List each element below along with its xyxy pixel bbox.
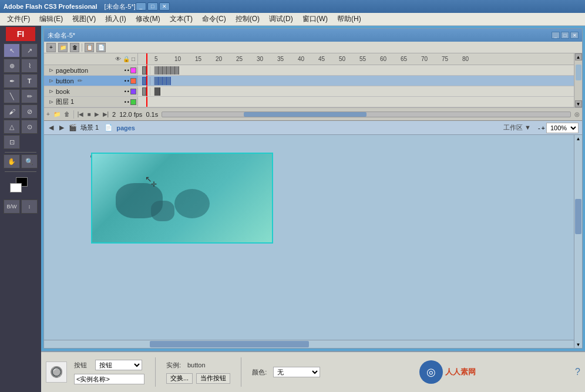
zoom-out-icon[interactable]: - bbox=[538, 124, 540, 131]
outline-icon[interactable]: □ bbox=[132, 56, 135, 62]
layer-eye-book[interactable]: • bbox=[125, 89, 126, 94]
canvas-hscroll-thumb[interactable] bbox=[150, 341, 309, 347]
component-type-select[interactable]: 按钮 bbox=[95, 360, 142, 370]
layer-color-book[interactable] bbox=[130, 89, 136, 94]
menu-debug[interactable]: 调试(D) bbox=[264, 13, 298, 25]
tool-bucket[interactable]: △ bbox=[4, 120, 20, 134]
tool-arrow[interactable]: ↖ bbox=[4, 43, 20, 58]
tool-hand[interactable]: ✋ bbox=[4, 154, 20, 168]
layer-row-pagebutton[interactable]: ⊳ pagebutton • • bbox=[44, 65, 574, 76]
tl-onion-skin[interactable]: ◎ bbox=[574, 111, 580, 117]
layer-color-button[interactable] bbox=[130, 78, 136, 84]
tl-stop-btn[interactable]: ■ bbox=[87, 111, 90, 117]
layer-row-book[interactable]: ⊳ book • • bbox=[44, 86, 574, 97]
canvas-vscroll-thumb[interactable] bbox=[575, 199, 581, 234]
layer-vis-button: • • bbox=[125, 78, 136, 84]
tl-folder-btn[interactable]: 📁 bbox=[53, 111, 60, 117]
workspace-dropdown[interactable]: 工作区 ▼ bbox=[503, 123, 531, 132]
tool-ink[interactable]: ⊘ bbox=[21, 104, 38, 119]
minimize-button[interactable]: _ bbox=[136, 2, 146, 11]
canvas-hscroll[interactable] bbox=[44, 340, 574, 348]
menu-view[interactable]: 视图(V) bbox=[68, 13, 100, 25]
layer-color-pagebutton[interactable] bbox=[130, 67, 136, 73]
canvas-vscroll-up[interactable]: ▲ bbox=[574, 135, 582, 142]
props-instance-row: 实例: button bbox=[166, 361, 230, 370]
layer-name-cell-button: ⊳ button ✏ • • bbox=[44, 77, 138, 85]
tl-delete-layer[interactable]: 🗑 bbox=[70, 43, 79, 52]
canvas-vscroll[interactable]: ▲ ▼ bbox=[574, 135, 582, 348]
layer-lock-pagebutton[interactable]: • bbox=[127, 67, 129, 73]
divider bbox=[73, 110, 74, 119]
layer-lock-button[interactable]: • bbox=[127, 78, 129, 84]
tl-copy-frames[interactable]: 📋 bbox=[85, 43, 94, 52]
menu-help[interactable]: 帮助(H) bbox=[332, 13, 366, 25]
layer-row-layer1[interactable]: ⊳ 图层 1 • • bbox=[44, 97, 574, 107]
tl-vscroll-thumb[interactable] bbox=[576, 65, 581, 80]
tl-next-frame[interactable]: ▶| bbox=[103, 111, 109, 117]
tool-lasso[interactable]: ⌇ bbox=[21, 59, 38, 73]
tool-free-transform[interactable]: ⊕ bbox=[4, 59, 20, 73]
tool-brush[interactable]: 🖌 bbox=[4, 104, 20, 119]
canvas-vscroll-down[interactable]: ▼ bbox=[574, 341, 582, 348]
lock-icon[interactable]: 🔒 bbox=[123, 56, 130, 62]
as-button-btn[interactable]: 当作按钮 bbox=[196, 373, 230, 384]
help-icon[interactable]: ? bbox=[575, 367, 580, 377]
scene-forward-btn[interactable]: ▶ bbox=[58, 124, 65, 131]
tool-zoom[interactable]: 🔍 bbox=[21, 154, 38, 168]
menu-insert[interactable]: 插入(I) bbox=[100, 13, 130, 25]
layer-eye-pagebutton[interactable]: • bbox=[125, 67, 126, 73]
pages-label[interactable]: pages bbox=[116, 124, 135, 131]
timeline-hscroll-thumb[interactable] bbox=[244, 112, 366, 117]
timeline-hscroll[interactable] bbox=[162, 111, 571, 117]
tl-play-btn[interactable]: ▶ bbox=[95, 111, 99, 117]
menu-edit[interactable]: 编辑(E) bbox=[35, 13, 68, 25]
tool-pen[interactable]: ✒ bbox=[4, 74, 20, 88]
maximize-button[interactable]: □ bbox=[147, 2, 158, 11]
tool-text[interactable]: T bbox=[21, 74, 38, 88]
tool-swap-colors[interactable]: ↕ bbox=[21, 200, 38, 214]
tl-new-layer[interactable]: + bbox=[46, 43, 56, 52]
tool-black-white[interactable]: B/W bbox=[4, 200, 20, 214]
tool-eyedropper[interactable]: ⊙ bbox=[21, 120, 38, 134]
menu-modify[interactable]: 修改(M) bbox=[131, 13, 165, 25]
doc-close-button[interactable]: ✕ bbox=[570, 32, 579, 39]
tool-subselect[interactable]: ↗ bbox=[21, 43, 38, 58]
scene-back-btn[interactable]: ◀ bbox=[48, 124, 55, 131]
close-button[interactable]: ✕ bbox=[159, 2, 170, 11]
layer-lock-book[interactable]: • bbox=[127, 89, 129, 94]
tl-prev-frame[interactable]: |◀ bbox=[78, 111, 84, 117]
color-select[interactable]: 无 bbox=[273, 367, 320, 377]
layer-eye-layer1[interactable]: • bbox=[125, 99, 126, 105]
instance-name-input[interactable] bbox=[74, 374, 144, 384]
layer-eye-button[interactable]: • bbox=[125, 78, 126, 84]
menu-text[interactable]: 文本(T) bbox=[165, 13, 197, 25]
menu-file[interactable]: 文件(F) bbox=[2, 13, 35, 25]
doc-restore-button[interactable]: □ bbox=[561, 32, 569, 39]
tool-eraser[interactable]: ⊡ bbox=[4, 135, 20, 149]
layer-row-button[interactable]: ⊳ button ✏ • • bbox=[44, 76, 574, 86]
fill-color-box[interactable] bbox=[10, 183, 22, 192]
tl-vscroll-track[interactable] bbox=[575, 60, 582, 100]
eye-icon[interactable]: 👁 bbox=[115, 56, 121, 62]
tl-paste-frames[interactable]: 📄 bbox=[96, 43, 106, 52]
layer-vis-book: • • bbox=[125, 89, 136, 94]
tool-pencil[interactable]: ✏ bbox=[21, 89, 38, 103]
zoom-in-icon[interactable]: + bbox=[542, 124, 545, 131]
zoom-select[interactable]: 100% 50% 200% bbox=[546, 123, 579, 133]
frame-num-35: 35 bbox=[277, 56, 284, 62]
tl-delete-btn[interactable]: 🗑 bbox=[64, 111, 70, 117]
tl-add-folder[interactable]: 📁 bbox=[58, 43, 68, 52]
tl-vscroll-down[interactable]: ▼ bbox=[575, 100, 582, 107]
layer-lock-layer1[interactable]: • bbox=[127, 99, 129, 105]
layer-color-layer1[interactable] bbox=[130, 99, 136, 105]
tl-vscroll-up[interactable]: ▲ bbox=[575, 53, 582, 60]
tl-new-layer-btn[interactable]: + bbox=[46, 111, 50, 117]
menu-window[interactable]: 窗口(W) bbox=[298, 13, 332, 25]
menu-control[interactable]: 控制(O) bbox=[231, 13, 264, 25]
tool-line[interactable]: ╲ bbox=[4, 89, 20, 103]
swap-button[interactable]: 交换... bbox=[166, 373, 193, 384]
doc-minimize-button[interactable]: _ bbox=[552, 32, 560, 39]
menu-commands[interactable]: 命令(C) bbox=[197, 13, 231, 25]
timeline-vscroll[interactable]: ▲ ▼ bbox=[574, 53, 582, 107]
scene-1-label[interactable]: 场景 1 bbox=[80, 123, 99, 132]
